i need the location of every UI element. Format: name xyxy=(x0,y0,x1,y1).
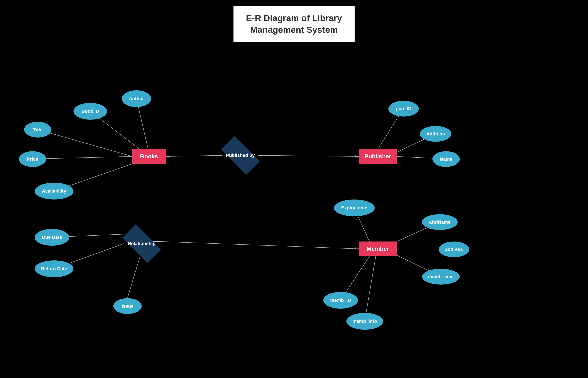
svg-line-5 xyxy=(166,155,222,156)
attribute-memb-info: memb_info xyxy=(346,313,383,330)
attribute-due-date: Due Date xyxy=(35,229,69,246)
attribute-memb-type: memb_type xyxy=(422,269,460,284)
attribute-issue: Issue xyxy=(113,298,142,314)
svg-line-12 xyxy=(159,242,359,249)
attribute-pub-id: pub_ID xyxy=(388,101,419,117)
diagram-title: E-R Diagram of Library Management System xyxy=(246,13,342,36)
svg-line-15 xyxy=(127,251,142,298)
relationship-relationship: Relationship xyxy=(124,234,159,253)
attribute-book-id: Book ID xyxy=(74,103,107,120)
svg-line-3 xyxy=(33,156,132,159)
attribute-availability: Availability xyxy=(35,183,74,200)
attribute-attriname: attriName xyxy=(422,214,458,230)
entity-books: Books xyxy=(132,149,166,164)
attribute-author: Author xyxy=(122,90,151,107)
attribute-price: Price xyxy=(19,151,46,167)
title-box: E-R Diagram of Library Management System xyxy=(234,6,354,42)
entity-publisher: Publisher xyxy=(359,149,397,164)
attribute-expiry-date: Expiry_date xyxy=(334,200,375,216)
svg-point-22 xyxy=(167,155,170,158)
attribute-title: Title xyxy=(24,122,52,137)
svg-line-2 xyxy=(38,130,132,156)
svg-point-26 xyxy=(355,247,358,250)
attribute-address-mem: address xyxy=(439,242,469,257)
relationship-published-by: Published by xyxy=(222,146,258,165)
attribute-address-pub: Address xyxy=(420,126,451,142)
attribute-memb-id: memb_ID xyxy=(323,292,358,309)
entity-member: Member xyxy=(359,242,397,256)
svg-point-25 xyxy=(355,155,358,158)
svg-line-6 xyxy=(258,155,359,156)
svg-line-21 xyxy=(365,256,376,321)
attribute-name: Name xyxy=(432,151,460,167)
attribute-return-date: Return Date xyxy=(35,260,74,277)
